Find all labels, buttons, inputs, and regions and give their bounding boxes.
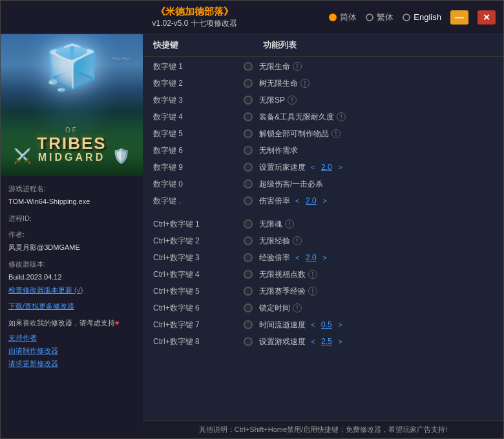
key-label: 数字键 1 (153, 61, 244, 72)
toggle-dot[interactable] (244, 179, 253, 189)
lang-english-label: English (414, 12, 441, 22)
title-bar: 《米德加德部落》 v1.02-v5.0 十七项修改器 简体 繁体 English… (1, 1, 503, 34)
info-icon[interactable]: ! (300, 79, 310, 88)
info-icon[interactable]: ! (293, 62, 302, 71)
game-title: 《米德加德部落》 (156, 6, 233, 18)
table-row: Ctrl+数字键 8设置游戏速度<2.5> (143, 333, 503, 350)
lang-english[interactable]: English (403, 12, 441, 22)
toggle-dot[interactable] (244, 220, 253, 229)
toggle-dot[interactable] (244, 303, 253, 312)
toggle-dot[interactable] (244, 96, 253, 105)
table-row: Ctrl+数字键 4无限视福点数! (143, 266, 503, 283)
func-label: 伤害倍率<2.0> (259, 196, 493, 207)
custom-link[interactable]: 由请制作修改器 (8, 345, 135, 358)
info-icon[interactable]: ! (293, 303, 302, 312)
version-section: 修改器版本: Build.2023.04.12 检查修改器版本更新 (√) (8, 258, 135, 296)
toggle-dot[interactable] (244, 337, 253, 346)
processid-section: 进程ID: (8, 212, 135, 225)
lang-simplified-label: 简体 (340, 12, 357, 23)
value-control: <2.5> (311, 337, 342, 346)
table-row: Ctrl+数字键 2无限经验! (143, 232, 503, 249)
download-link[interactable]: 下载/查找更多修改器 (8, 300, 135, 313)
support-link[interactable]: 支持作者 (8, 332, 135, 345)
main-content: 🧊 ⚔️ 🛡️ 〜〜 OF TRIBES MIDGARD (1, 34, 503, 438)
close-button[interactable]: ✕ (478, 10, 496, 25)
value-increase[interactable]: > (322, 254, 326, 261)
toggle-dot[interactable] (244, 236, 253, 245)
toggle-dot[interactable] (244, 287, 253, 296)
func-label: 无限赛季经验! (259, 286, 493, 297)
close-icon: ✕ (483, 12, 490, 23)
value-decrease[interactable]: < (295, 254, 299, 261)
value-number[interactable]: 2.0 (317, 163, 335, 172)
info-icon[interactable]: ! (308, 287, 317, 296)
value-increase[interactable]: > (322, 197, 326, 205)
key-label: 数字键 4 (153, 112, 244, 123)
func-label: 无限经验! (259, 236, 493, 247)
toggle-dot[interactable] (244, 146, 253, 155)
key-label: Ctrl+数字键 3 (153, 252, 244, 263)
value-decrease[interactable]: < (295, 197, 299, 205)
key-label: Ctrl+数字键 2 (153, 236, 244, 247)
toggle-dot[interactable] (244, 320, 253, 329)
col-key-header: 快捷键 (153, 39, 244, 51)
process-section: 游戏进程名: TOM-Win64-Shipping.exe (8, 183, 135, 209)
heart-icon: ♥ (115, 319, 120, 327)
value-decrease[interactable]: < (311, 163, 315, 171)
radio-english (403, 14, 410, 21)
table-row: 数字键 .伤害倍率<2.0> (143, 192, 503, 209)
toggle-dot[interactable] (244, 129, 253, 138)
toggle-dot[interactable] (244, 270, 253, 279)
toggle-dot[interactable] (244, 79, 253, 88)
author-value: 风灵月影@3DMGAME (8, 241, 135, 254)
value-decrease[interactable]: < (311, 321, 315, 329)
toggle-dot[interactable] (244, 163, 253, 172)
value-number[interactable]: 2.5 (317, 337, 335, 346)
info-icon[interactable]: ! (285, 220, 294, 229)
table-row: Ctrl+数字键 5无限赛季经验! (143, 283, 503, 300)
value-increase[interactable]: > (338, 163, 342, 171)
key-label: Ctrl+数字键 8 (153, 336, 244, 347)
minimize-button[interactable]: — (450, 10, 468, 25)
key-label: Ctrl+数字键 4 (153, 269, 244, 280)
info-icon[interactable]: ! (308, 270, 317, 279)
info-icon[interactable]: ! (331, 129, 341, 138)
func-label: 树无限生命! (259, 78, 493, 89)
table-row: 数字键 2树无限生命! (143, 75, 503, 92)
func-label: 经验倍率<2.0> (259, 252, 493, 263)
toggle-dot[interactable] (244, 196, 253, 205)
support-text: 如果喜欢我的修改器，请考虑支持♥ (8, 317, 135, 330)
lang-simplified[interactable]: 简体 (329, 12, 357, 23)
info-icon[interactable]: ! (288, 96, 297, 105)
table-row: Ctrl+数字键 6锁定时间! (143, 300, 503, 316)
info-icon[interactable]: ! (293, 236, 302, 245)
col-func-header: 功能列表 (263, 39, 493, 51)
toggle-dot[interactable] (244, 253, 253, 262)
update-check-link[interactable]: 检查修改器版本更新 (√) (8, 284, 135, 297)
toggle-dot[interactable] (244, 62, 253, 71)
key-label: 数字键 0 (153, 179, 244, 190)
func-label: 无限魂! (259, 219, 493, 230)
table-row: 数字键 3无限SP! (143, 92, 503, 108)
request-link[interactable]: 请求更新修改器 (8, 358, 135, 371)
processid-label: 进程ID: (8, 212, 135, 225)
value-increase[interactable]: > (338, 321, 342, 329)
radio-simplified (329, 14, 337, 21)
value-number[interactable]: 0.5 (317, 320, 335, 329)
key-label: Ctrl+数字键 1 (153, 219, 244, 230)
toggle-dot[interactable] (244, 112, 253, 121)
func-label: 时间流逝速度<0.5> (259, 320, 493, 331)
table-row: Ctrl+数字键 3经验倍率<2.0> (143, 249, 503, 266)
lang-traditional[interactable]: 繁体 (366, 12, 394, 23)
value-number[interactable]: 2.0 (302, 253, 320, 262)
value-decrease[interactable]: < (311, 338, 315, 345)
value-number[interactable]: 2.0 (302, 196, 320, 205)
value-increase[interactable]: > (338, 338, 342, 345)
game-image: 🧊 ⚔️ 🛡️ 〜〜 OF TRIBES MIDGARD (1, 34, 143, 176)
tribes-logo: OF TRIBES MIDGARD (37, 127, 106, 163)
author-label: 作者: (8, 229, 135, 241)
value-control: <2.0> (295, 196, 327, 205)
info-icon[interactable]: ! (337, 112, 346, 121)
table-row: 数字键 6无制作需求 (143, 142, 503, 159)
func-label: 设置玩家速度<2.0> (259, 162, 493, 173)
